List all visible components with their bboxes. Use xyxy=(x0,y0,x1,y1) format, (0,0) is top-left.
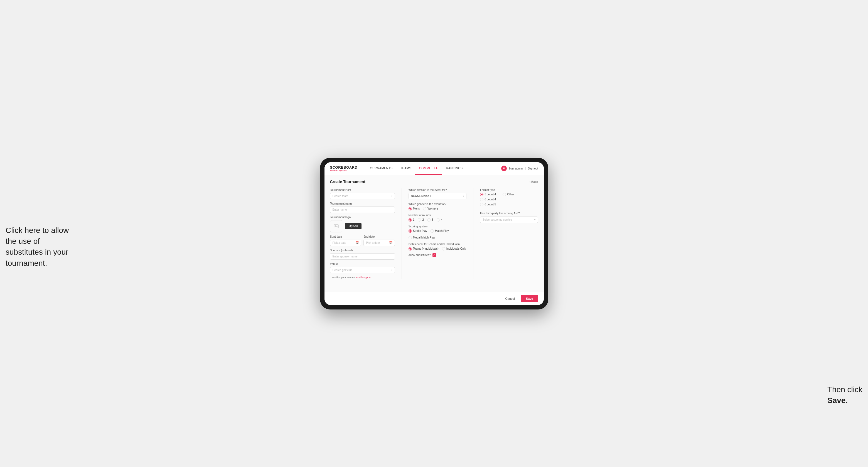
calendar-icon-end: 📅 xyxy=(389,241,393,244)
logo-scoreboard: SCOREBOARD xyxy=(330,165,358,169)
nav-links: TOURNAMENTS TEAMS COMMITTEE RANKINGS xyxy=(364,162,501,175)
start-date-label: Start date xyxy=(330,235,362,238)
venue-input[interactable]: Search golf club ▾ xyxy=(330,267,395,273)
rounds-4-dot xyxy=(437,218,440,221)
gender-mens[interactable]: Mens xyxy=(408,207,420,210)
end-date-field: End date Pick a date 📅 xyxy=(364,235,395,246)
rounds-3-dot xyxy=(427,218,431,221)
format-other-dot xyxy=(503,193,506,196)
sign-out-link[interactable]: Sign out xyxy=(528,167,538,170)
separator: | xyxy=(525,167,526,170)
tournament-name-label: Tournament name xyxy=(330,202,395,205)
dropdown-arrow-scoring: ▾ xyxy=(534,218,535,221)
navigation: SCOREBOARD Powered by clippd TOURNAMENTS… xyxy=(324,162,544,175)
gender-womens-dot xyxy=(423,207,426,210)
start-date-field: Start date Pick a date 📅 xyxy=(330,235,362,246)
nav-committee[interactable]: COMMITTEE xyxy=(415,162,442,175)
tournament-logo-label: Tournament logo xyxy=(330,216,395,219)
logo: SCOREBOARD Powered by clippd xyxy=(330,165,358,172)
scoring-system-label: Scoring system xyxy=(408,225,466,228)
scoring-match-dot xyxy=(431,229,434,233)
format-type-label: Format type xyxy=(480,188,538,191)
scoring-medal[interactable]: Medal Match Play xyxy=(408,236,435,239)
save-button[interactable]: Save xyxy=(521,295,538,302)
nav-user: B blair admin | Sign out xyxy=(501,165,538,171)
scoring-system-radio-group: Stroke Play Match Play Medal Match Play xyxy=(408,229,466,239)
format-6count5[interactable]: 6 count 5 xyxy=(480,203,538,206)
format-other[interactable]: Other xyxy=(503,193,514,196)
end-date-label: End date xyxy=(364,235,395,238)
rounds-label: Number of rounds xyxy=(408,214,466,217)
tablet-screen: SCOREBOARD Powered by clippd TOURNAMENTS… xyxy=(324,162,544,305)
upload-button[interactable]: Upload xyxy=(345,223,362,229)
annotation-right: Then click Save. xyxy=(827,384,862,406)
annotation-left: Click here to allow the use of substitut… xyxy=(6,225,78,269)
allow-substitutes-row: Allow substitutes? ✓ xyxy=(408,253,466,257)
page-footer: Cancel Save xyxy=(324,292,544,305)
event-individuals[interactable]: Individuals Only xyxy=(442,247,466,250)
event-teams[interactable]: Teams (+Individuals) xyxy=(408,247,439,250)
rounds-radio-group: 1 2 3 4 xyxy=(408,218,466,221)
scoring-medal-dot xyxy=(408,236,412,239)
event-type-radio-group: Teams (+Individuals) Individuals Only xyxy=(408,247,466,250)
gender-mens-dot xyxy=(408,207,412,210)
user-name: blair admin xyxy=(509,167,523,170)
rounds-1-dot xyxy=(408,218,412,221)
page-title: Create Tournament xyxy=(330,180,365,184)
format-6count4-dot xyxy=(480,198,484,201)
back-button[interactable]: ‹ Back xyxy=(529,180,538,183)
scoring-api-select[interactable]: Select a scoring service ▾ xyxy=(480,217,538,223)
format-6count4[interactable]: 6 count 4 xyxy=(480,198,538,201)
tournament-host-input[interactable]: Search team ▾ xyxy=(330,193,395,199)
sponsor-input[interactable]: Enter sponsor name xyxy=(330,253,395,260)
venue-help: Can't find your venue? email support xyxy=(330,276,395,279)
division-label: Which division is the event for? xyxy=(408,188,466,191)
format-5count4[interactable]: 5 count 4 xyxy=(480,193,496,196)
date-row: Start date Pick a date 📅 End date Pick a… xyxy=(330,235,395,246)
event-individuals-dot xyxy=(442,247,445,250)
rounds-2-dot xyxy=(418,218,421,221)
page-content: Create Tournament ‹ Back Tournament Host… xyxy=(324,175,544,292)
gender-womens[interactable]: Womens xyxy=(423,207,438,210)
start-date-input[interactable]: Pick a date 📅 xyxy=(330,240,362,246)
form-col-2: Which division is the event for? NCAA Di… xyxy=(402,188,466,279)
rounds-3[interactable]: 3 xyxy=(427,218,433,221)
scoring-stroke-dot xyxy=(408,229,412,233)
event-teams-dot xyxy=(408,247,412,250)
dropdown-arrow-division: ▾ xyxy=(463,195,464,197)
venue-label: Venue xyxy=(330,262,395,266)
allow-substitutes-checkbox[interactable]: ✓ xyxy=(432,253,436,257)
nav-rankings[interactable]: RANKINGS xyxy=(442,162,467,175)
form-grid: Tournament Host Search team ▾ Tournament… xyxy=(330,188,538,279)
form-col-1: Tournament Host Search team ▾ Tournament… xyxy=(330,188,395,279)
rounds-2[interactable]: 2 xyxy=(418,218,424,221)
nav-tournaments[interactable]: TOURNAMENTS xyxy=(364,162,396,175)
page-header: Create Tournament ‹ Back xyxy=(330,180,538,184)
rounds-1[interactable]: 1 xyxy=(408,218,415,221)
scoring-match[interactable]: Match Play xyxy=(431,229,448,233)
dropdown-arrow-host: ▾ xyxy=(391,195,393,197)
sponsor-label: Sponsor (optional) xyxy=(330,249,395,252)
tablet-device: SCOREBOARD Powered by clippd TOURNAMENTS… xyxy=(320,158,548,309)
dropdown-arrow-venue: ▾ xyxy=(391,269,393,271)
gender-label: Which gender is the event for? xyxy=(408,203,466,206)
gender-radio-group: Mens Womens xyxy=(408,207,466,210)
scoring-api-label: Use third-party live scoring API? xyxy=(480,212,538,215)
format-5count4-dot xyxy=(480,193,484,196)
cancel-button[interactable]: Cancel xyxy=(502,295,518,302)
allow-substitutes-label: Allow substitutes? xyxy=(408,253,431,257)
scoring-stroke[interactable]: Stroke Play xyxy=(408,229,427,233)
logo-powered: Powered by clippd xyxy=(330,169,358,172)
format-options: 5 count 4 Other 6 count 4 xyxy=(480,193,538,206)
logo-upload-area: Upload xyxy=(330,220,395,232)
tournament-host-label: Tournament Host xyxy=(330,188,395,191)
division-select[interactable]: NCAA Division I ▾ xyxy=(408,193,466,199)
event-type-label: Is this event for Teams and/or Individua… xyxy=(408,243,466,246)
tournament-name-input[interactable]: Enter name xyxy=(330,207,395,213)
avatar: B xyxy=(501,165,507,171)
end-date-input[interactable]: Pick a date 📅 xyxy=(364,240,395,246)
nav-teams[interactable]: TEAMS xyxy=(396,162,415,175)
rounds-4[interactable]: 4 xyxy=(437,218,443,221)
email-support-link[interactable]: email support xyxy=(356,276,371,279)
format-6count5-dot xyxy=(480,203,484,206)
